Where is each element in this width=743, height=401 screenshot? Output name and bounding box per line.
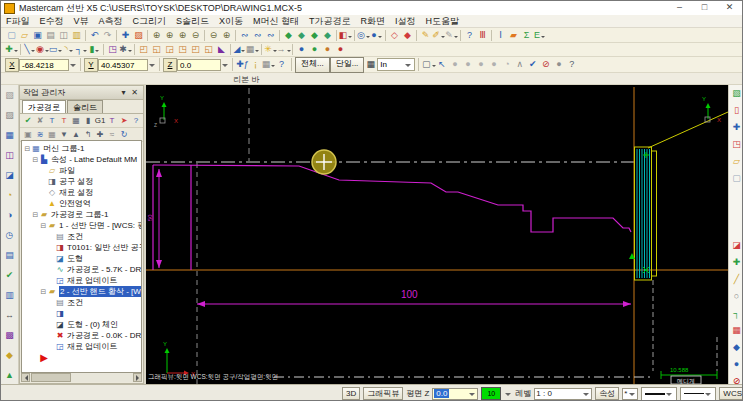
blank-entity-icon[interactable]: ◇ [388,29,401,41]
graphics-viewport[interactable]: 50 100 1 [146,85,728,384]
attributes-button[interactable]: 속성 [595,387,619,400]
xform-mirror-icon[interactable]: ◱ [150,44,163,56]
new-file-icon[interactable]: ▢ [5,29,18,41]
xform-scale-icon[interactable]: ◰ [189,44,202,56]
toolbar-icon[interactable] [460,30,461,41]
dropdown-caret-icon[interactable] [287,50,291,54]
fillet-create-icon[interactable]: ◝ [62,44,75,56]
record-icon[interactable]: ◳ [729,136,743,153]
toolbar-icon[interactable] [736,187,737,237]
z-dropdown-caret-icon[interactable] [222,64,228,70]
front-view-icon[interactable]: ◆ [308,29,321,41]
toolbar-icon[interactable] [416,30,417,41]
dropdown-caret-icon[interactable] [541,36,545,40]
menu-item[interactable]: C그리기 [128,15,172,28]
sketch-icon[interactable]: ◪ [729,237,743,254]
drafting-icon[interactable]: ◳ [106,44,119,56]
regen-selected-icon[interactable]: T [46,115,58,127]
toolbar-icon[interactable] [134,44,135,55]
z-coordinate-label[interactable]: Z [163,58,177,72]
select-none-icon[interactable]: ✘ [34,115,46,127]
toolbar-icon[interactable] [354,30,355,41]
mru-check-icon[interactable]: ✔ [2,265,18,285]
machine-sim-1-icon[interactable]: ● [295,44,308,56]
close-button[interactable]: ✕ [717,1,742,14]
dropdown-caret-icon[interactable] [454,36,458,40]
open-file-icon[interactable]: ▱ [18,29,31,41]
mru-dim-icon[interactable]: ↔ [2,305,18,325]
drop-icon[interactable]: ◆ [729,339,743,356]
tree-row[interactable]: ⊟ ▦ 머신 그룹-1 [22,143,141,154]
dropdown-caret-icon[interactable] [128,50,132,54]
point-style-select[interactable]: * [622,388,638,400]
globe-icon[interactable]: ● [729,356,743,373]
mru-plane-icon[interactable]: ◑ [2,205,18,225]
print-preview-icon[interactable]: ◫ [57,29,70,41]
mru-solid-icon[interactable]: ▨ [2,105,18,125]
menu-item[interactable]: E수정 [35,15,69,28]
tree-row[interactable]: ⊟ ▰ 2 - 선반 핸드 황삭 - [WCS: 평 [22,286,141,297]
spline-icon[interactable]: ✱ [119,44,132,56]
link-2-icon[interactable]: ∾ [251,29,264,41]
quickmask-1-icon[interactable]: ● [474,59,487,71]
toolbar-icon[interactable] [385,30,386,41]
print-icon[interactable]: ▤ [44,29,57,41]
menu-item[interactable]: I설정 [390,15,421,28]
polyline-create-icon[interactable]: ┐ [75,44,88,56]
dropdown-caret-icon[interactable] [95,50,99,54]
mru-clock-icon[interactable]: ◷ [2,225,18,245]
quickmask-group-icon[interactable]: ● [461,59,474,71]
highfeed-icon[interactable]: T [106,115,118,127]
point-style-caret-icon[interactable] [629,393,635,399]
analyze-sum-icon[interactable]: Σ [520,29,533,41]
menu-item[interactable]: X이동 [214,15,248,28]
toolbar-icon[interactable] [85,30,86,41]
quickmask-sphere-icon[interactable]: ● [552,59,565,71]
arrow-icon[interactable]: ➤ [118,115,130,127]
menu-item[interactable]: M머신 형태 [248,15,304,28]
post-g1-icon[interactable]: G1 [94,115,106,127]
tree-expander-icon[interactable]: ⊟ [32,209,39,220]
quickmask-none-icon[interactable]: ⊘ [539,59,552,71]
open-export-icon[interactable]: ▱ [729,153,743,170]
tree-horizontal-scrollbar[interactable] [21,373,142,382]
add-icon[interactable]: ✚ [729,254,743,271]
y-dropdown-caret-icon[interactable] [149,64,155,70]
menu-item[interactable]: A측정 [94,15,128,28]
analyze-area-icon[interactable]: ▰ [507,29,520,41]
link-3-icon[interactable]: ∾ [264,29,277,41]
tree-row[interactable]: ▤ 조건 [22,297,141,308]
tree-row[interactable]: ◨ T0101: 일반 선반 공구 - OD [22,242,141,253]
select-all-operations-icon[interactable]: ✔ [22,115,34,127]
tab-solids[interactable]: 솔리드 [67,100,103,113]
tree-row[interactable]: ◨ [22,308,141,319]
verify-icon[interactable]: ▮ [82,115,94,127]
level-caret-icon[interactable] [583,393,589,399]
mru-gem-icon[interactable]: ◆ [2,345,18,365]
menu-item[interactable]: R화면 [356,15,391,28]
mru-play-icon[interactable]: ▲ [2,365,18,385]
dropdown-caret-icon[interactable] [378,36,382,40]
rectangle-create-icon[interactable]: ▭ [49,44,62,56]
right-view-icon[interactable]: ◆ [321,29,334,41]
tree-row[interactable]: ⊟ ▰ 1 - 선반 단면 - [WCS: 평면] - [ [22,220,141,231]
minimize-button[interactable]: – [667,1,692,14]
toolbar-icon[interactable] [20,44,21,55]
circle-icon[interactable]: ○ [729,288,743,305]
analyze-entity-icon[interactable]: ? [463,29,476,41]
cursor-position-icon[interactable]: ✚ [119,29,132,41]
toolbar-icon[interactable] [204,30,205,41]
unblank-entity-icon[interactable]: ◆ [401,29,414,41]
export-icon[interactable]: ▥ [70,29,83,41]
ruler-icon[interactable]: ▯ [729,102,743,119]
z-depth-field[interactable]: 0.0 [432,388,478,400]
mru-window-icon[interactable]: ◪ [2,165,18,185]
color-caret-icon[interactable] [505,393,511,399]
zoom-dynamic-icon[interactable]: ⊕ [220,29,233,41]
tree-row[interactable]: ◲ 재료 업데이트 [22,275,141,286]
line-width-select[interactable] [680,387,716,401]
pan-arrows-icon[interactable]: ✚ [729,119,743,136]
machine-sim-2-icon[interactable]: ● [308,44,321,56]
dropdown-caret-icon[interactable] [83,50,87,54]
mru-tool-icon[interactable]: ◔ [2,185,18,205]
